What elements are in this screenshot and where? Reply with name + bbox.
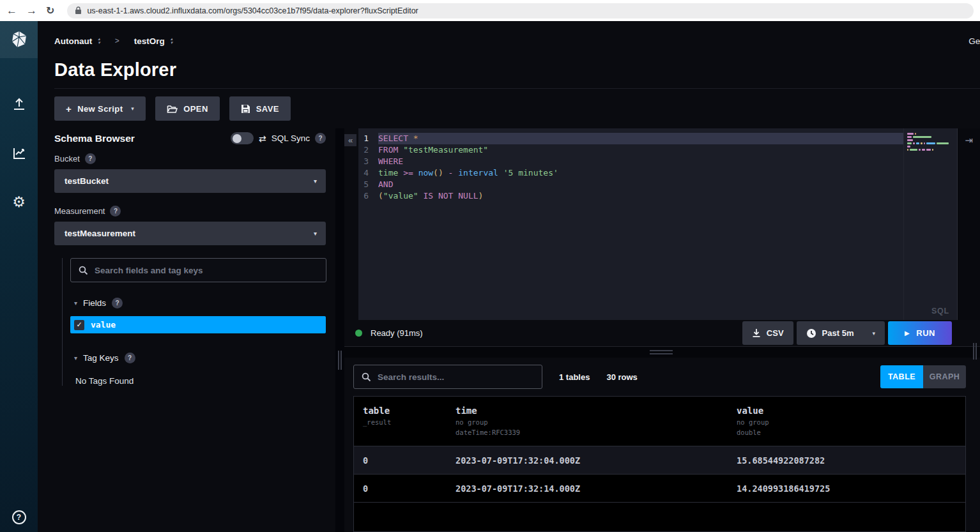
browser-chrome: ← → ↻ us-east-1-1.aws.cloud2.influxdata.…: [0, 0, 980, 21]
editor-minimap[interactable]: [903, 128, 957, 320]
status-text: Ready (91ms): [371, 328, 423, 338]
graph-view-button[interactable]: GRAPH: [923, 365, 966, 388]
code-line[interactable]: 3WHERE: [358, 156, 903, 167]
sql-editor: « 1SELECT *2FROM "testMeasurement"3WHERE…: [344, 128, 980, 320]
minimap-line: [907, 139, 957, 141]
results-table: table_resulttimeno groupdateTime:RFC3339…: [353, 396, 966, 532]
run-button[interactable]: ▶ RUN: [888, 321, 952, 345]
get-credit-link[interactable]: Get: [969, 36, 980, 46]
url-text: us-east-1-1.aws.cloud2.influxdata.com/or…: [87, 6, 418, 15]
bucket-help-icon[interactable]: ?: [85, 153, 96, 164]
lock-icon: [75, 6, 82, 15]
field-checkbox[interactable]: ✓: [74, 320, 84, 330]
help-icon[interactable]: ?: [12, 510, 26, 524]
minimap-line: [907, 136, 957, 138]
vertical-splitter: [335, 128, 344, 532]
chevron-down-icon: ▾: [872, 330, 875, 337]
open-button[interactable]: OPEN: [155, 96, 219, 121]
sidebar: ⚙ ?: [0, 21, 38, 532]
time-range-dropdown[interactable]: Past 5m ▾: [797, 321, 885, 345]
save-button[interactable]: SAVE: [229, 96, 291, 121]
reload-icon[interactable]: ↻: [46, 6, 54, 16]
table-view-button[interactable]: TABLE: [880, 365, 923, 388]
minimap-line: [907, 133, 957, 135]
schema-search-box: [70, 258, 326, 282]
load-data-icon[interactable]: [10, 95, 29, 114]
breadcrumb-org[interactable]: Autonaut: [54, 36, 92, 46]
minimap-line: [907, 146, 957, 148]
url-bar[interactable]: us-east-1-1.aws.cloud2.influxdata.com/or…: [67, 3, 974, 19]
fields-collapse-icon[interactable]: ▾: [74, 300, 77, 307]
fields-help-icon[interactable]: ?: [112, 298, 123, 308]
plus-icon: +: [66, 103, 72, 114]
table-cell: 2023-07-09T17:32:04.000Z: [447, 455, 728, 466]
code-line[interactable]: 1SELECT *: [358, 133, 903, 144]
chevron-down-icon: ▾: [314, 230, 317, 237]
chevron-down-icon: ▾: [314, 178, 317, 185]
sql-sync-label: SQL Sync: [272, 133, 310, 143]
table-cell: 0: [354, 455, 447, 466]
tag-keys-help-icon[interactable]: ?: [125, 353, 135, 363]
tag-keys-label: Tag Keys: [83, 353, 119, 363]
chevron-down-icon: ▾: [131, 105, 134, 112]
breadcrumb-project[interactable]: testOrg: [134, 36, 165, 46]
code-line[interactable]: 4time >= now() - interval '5 minutes': [358, 167, 903, 179]
right-resize-handle[interactable]: [973, 343, 977, 360]
collapse-panel-icon[interactable]: «: [344, 134, 356, 146]
script-toolbar: + New Script ▾ OPEN SAVE: [38, 89, 980, 128]
sql-sync-help-icon[interactable]: ?: [315, 133, 326, 144]
csv-download-button[interactable]: CSV: [742, 321, 793, 345]
expand-panel-icon[interactable]: ⇥: [965, 135, 973, 320]
measurement-dropdown[interactable]: testMeasurement ▾: [54, 222, 326, 245]
page-title: Data Explorer: [54, 59, 980, 80]
settings-gear-icon[interactable]: ⚙: [10, 192, 29, 211]
line-number: 3: [358, 156, 369, 167]
line-number: 4: [358, 167, 369, 179]
back-icon[interactable]: ←: [6, 5, 17, 16]
fields-label: Fields: [83, 298, 106, 308]
influxdb-logo[interactable]: [0, 21, 38, 58]
table-cell: 2023-07-09T17:32:14.000Z: [447, 483, 728, 494]
horizontal-splitter: [344, 347, 980, 358]
search-icon: [79, 266, 88, 275]
minimap-line: [907, 142, 957, 144]
search-icon: [362, 372, 371, 382]
schema-tree: ▾ Fields ? ✓ value ▾ Tag Keys ? No Tags …: [62, 258, 326, 386]
code-line[interactable]: 2FROM "testMeasurement": [358, 144, 903, 156]
table-column-header: timeno groupdateTime:RFC3339: [447, 397, 728, 446]
schema-search-input[interactable]: [95, 266, 318, 275]
table-cell: 0: [354, 483, 447, 494]
line-number: 6: [358, 190, 369, 202]
code-editor-area[interactable]: 1SELECT *2FROM "testMeasurement"3WHERE4t…: [358, 128, 903, 320]
schema-browser-panel: Schema Browser ⇄ SQL Sync ? Bucket ? tes…: [38, 128, 335, 532]
bucket-dropdown[interactable]: testBucket ▾: [54, 169, 326, 193]
minimap-line: [907, 149, 957, 151]
horizontal-resize-handle[interactable]: [650, 350, 673, 354]
project-switcher-icon[interactable]: ▴▾: [171, 37, 173, 45]
forward-icon[interactable]: →: [26, 5, 37, 16]
no-tags-message: No Tags Found: [75, 376, 326, 386]
code-line[interactable]: 5AND: [358, 179, 903, 190]
top-nav: Autonaut ▴▾ > testOrg ▴▾ Get: [38, 21, 980, 54]
measurement-help-icon[interactable]: ?: [110, 206, 121, 217]
table-row[interactable]: 02023-07-09T17:32:04.000Z15.685449220872…: [354, 446, 965, 475]
table-header: table_resulttimeno groupdateTime:RFC3339…: [354, 397, 965, 446]
check-icon: ✓: [76, 321, 82, 329]
field-item-value[interactable]: ✓ value: [70, 316, 326, 333]
code-line[interactable]: 6("value" IS NOT NULL): [358, 190, 903, 202]
sql-sync-icon: ⇄: [259, 133, 266, 144]
measurement-label: Measurement: [54, 206, 105, 216]
new-script-button[interactable]: + New Script ▾: [54, 96, 146, 121]
status-indicator-dot: [355, 330, 362, 337]
results-search-input[interactable]: [378, 372, 534, 382]
language-badge: SQL: [931, 307, 949, 315]
breadcrumb-separator-icon: >: [115, 36, 119, 45]
tag-keys-collapse-icon[interactable]: ▾: [74, 354, 77, 361]
vertical-resize-handle[interactable]: [338, 351, 342, 370]
sql-sync-toggle[interactable]: [231, 132, 254, 144]
table-row[interactable]: 02023-07-09T17:32:14.000Z14.240993186419…: [354, 475, 965, 503]
view-toggle: TABLE GRAPH: [880, 365, 966, 388]
line-number: 1: [358, 133, 369, 144]
org-switcher-icon[interactable]: ▴▾: [98, 37, 100, 45]
data-explorer-icon[interactable]: [10, 144, 29, 163]
